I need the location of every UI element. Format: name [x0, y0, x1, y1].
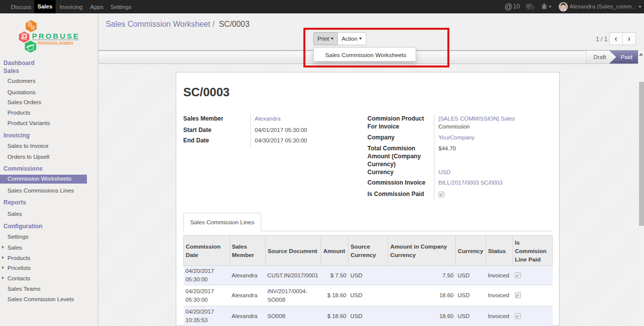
svg-text:PROBUSE: PROBUSE [32, 32, 78, 40]
svg-text:PROFESSIONAL BUSINESS: PROFESSIONAL BUSINESS [37, 41, 73, 46]
